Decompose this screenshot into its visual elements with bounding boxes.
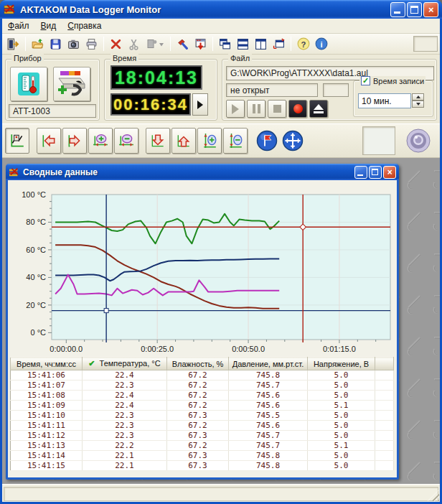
table-cell: 15:41:10 [11, 411, 83, 421]
table-cell: 5.1 [308, 401, 375, 411]
summary-window-icon [9, 167, 20, 177]
delete-button[interactable] [107, 35, 125, 52]
summary-title-bar[interactable]: Сводные данные × [6, 164, 399, 180]
device-button[interactable] [10, 67, 47, 101]
scroll-down-button[interactable] [146, 128, 170, 154]
toolbar-spacer [413, 36, 438, 52]
import-data-button[interactable] [192, 35, 210, 52]
maximize-icon [410, 6, 418, 14]
menu-file[interactable]: Файл [2, 19, 35, 32]
snapshot-button[interactable] [65, 35, 83, 52]
connect-device-button[interactable] [53, 67, 90, 101]
summary-content: 0 °C20 °C40 °C60 °C80 °C100 °C0:00:00.00… [8, 180, 397, 477]
scroll-up-button[interactable] [171, 128, 196, 154]
spinner-up-button[interactable] [412, 93, 424, 101]
print-button[interactable] [83, 35, 100, 52]
table-row[interactable]: 15:41:0922.467.2745.65.1 [11, 401, 394, 411]
blue-cursor-marker [104, 309, 108, 313]
table-header-cell[interactable]: ✔Температура, °C [83, 358, 167, 370]
scroll-right-button[interactable] [62, 128, 87, 154]
arrange-windows-button[interactable] [270, 35, 288, 52]
table-header-cell[interactable]: Давление, мм.рт.ст. [229, 358, 308, 370]
tile-vertical-button[interactable] [252, 35, 270, 52]
crosshair-button[interactable] [281, 128, 305, 154]
table-row[interactable]: 15:41:1222.367.3745.75.0 [11, 431, 394, 441]
table-cell: 5.0 [308, 370, 375, 381]
cascade-windows-button[interactable] [216, 35, 234, 52]
marker-flag-button[interactable] [255, 128, 279, 154]
table-row[interactable]: 15:41:0722.367.2745.75.0 [11, 381, 394, 391]
table-cell: 15:41:12 [11, 431, 83, 441]
table-cell: 15:41:14 [11, 451, 83, 461]
about-button[interactable]: i [312, 35, 330, 52]
interval-field[interactable]: 10 мин. [358, 93, 411, 108]
summary-minimize-button[interactable] [354, 166, 367, 179]
stop-icon [273, 105, 281, 113]
table-row[interactable]: 15:41:1322.267.2745.75.1 [11, 441, 394, 451]
close-button[interactable]: × [423, 2, 438, 17]
tile-vertical-icon [255, 38, 267, 50]
table-row[interactable]: 15:41:1022.367.3745.55.0 [11, 411, 394, 421]
table-row[interactable]: 15:41:0822.467.2745.65.0 [11, 391, 394, 401]
arrow-right-icon [67, 133, 83, 149]
table-row[interactable]: 15:41:1122.367.2745.65.0 [11, 421, 394, 431]
minimize-button[interactable] [390, 2, 405, 17]
tools-icon [177, 38, 189, 50]
summary-chart[interactable]: 0 °C20 °C40 °C60 °C80 °C100 °C0:00:00.00… [8, 180, 397, 355]
arrow-left-icon [41, 133, 57, 149]
indicator-lamp-button[interactable] [405, 128, 431, 154]
menu-view[interactable]: Вид [35, 19, 62, 32]
table-cell: 15:41:11 [11, 421, 83, 431]
summary-close-button[interactable]: × [383, 166, 396, 179]
spinner-down-button[interactable] [412, 101, 424, 108]
time-expand-button[interactable] [192, 93, 208, 116]
exit-button[interactable] [4, 35, 22, 52]
eject-button[interactable] [309, 100, 328, 118]
table-row[interactable]: 15:41:1422.167.3745.85.0 [11, 451, 394, 461]
table-cell: 67.2 [167, 391, 229, 401]
play-button [226, 100, 245, 118]
zoom-x-in-button[interactable] [88, 128, 113, 154]
zoom-y-out-button[interactable] [223, 128, 248, 154]
toolbar-separator [291, 37, 291, 51]
save-floppy-icon [50, 38, 62, 50]
device-model: ATT-1003 [13, 106, 50, 116]
transport-controls [226, 100, 328, 118]
summary-maximize-button[interactable] [369, 166, 382, 179]
table-cell: 5.1 [308, 441, 375, 451]
zoom-y-in-button[interactable] [197, 128, 222, 154]
maximize-button[interactable] [407, 2, 422, 17]
table-header-cell[interactable]: Время, чч:мм:сс [11, 358, 83, 370]
table-cell: 745.7 [229, 441, 308, 451]
toolbar-separator [170, 37, 171, 51]
device-setup-button[interactable] [174, 35, 192, 52]
file-status: не открыт [230, 85, 270, 95]
table-row[interactable]: 15:41:1522.167.3745.85.0 [11, 461, 394, 471]
save-button[interactable] [47, 35, 65, 52]
table-cell: 67.2 [167, 381, 229, 391]
zoom-y-out-icon [227, 133, 243, 149]
import-window-icon [194, 38, 207, 50]
record-button[interactable] [288, 100, 307, 118]
menu-help[interactable]: Справка [62, 19, 107, 32]
table-cell: 5.0 [308, 451, 375, 461]
zoom-x-out-icon [118, 133, 134, 149]
minimize-icon [394, 11, 400, 14]
table-cell: 22.1 [83, 461, 167, 471]
open-file-button[interactable] [29, 35, 47, 52]
record-time-checkbox[interactable]: ✓ [361, 76, 370, 85]
delete-x-icon [110, 38, 122, 50]
help-button[interactable]: ? [294, 35, 312, 52]
tile-horizontal-button[interactable] [234, 35, 252, 52]
scroll-left-button[interactable] [37, 128, 61, 154]
file-status-field: не открыт [226, 83, 318, 97]
chart-icon [9, 133, 25, 149]
zoom-x-out-button[interactable] [114, 128, 138, 154]
table-cell: 5.0 [308, 421, 375, 431]
table-row[interactable]: 15:41:0622.467.2745.85.0 [11, 370, 394, 381]
pause-button [247, 100, 265, 118]
status-bar [2, 484, 440, 502]
table-header-cell[interactable]: Влажность, % [167, 358, 229, 370]
table-header-cell[interactable]: Напряжение, В [308, 358, 375, 370]
chart-setup-button[interactable] [5, 128, 29, 154]
